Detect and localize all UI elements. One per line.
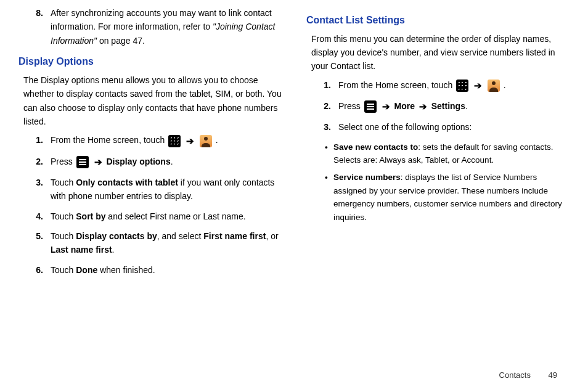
text: . bbox=[216, 135, 218, 145]
step-5: 5. Touch Display contacts by, and select… bbox=[18, 229, 282, 257]
menu-icon bbox=[364, 100, 377, 113]
text: Press bbox=[51, 157, 75, 166]
step-1: 1. From the Home screen, touch ➔ . bbox=[18, 133, 282, 148]
step-body: After synchronizing accounts you may wan… bbox=[51, 6, 282, 47]
step-3: 3. Select one of the following options: bbox=[306, 120, 570, 134]
step-1: 1. From the Home screen, touch ➔ . bbox=[306, 78, 570, 93]
contacts-icon bbox=[200, 135, 212, 147]
bullet-service-numbers: • Service numbers: displays the list of … bbox=[306, 171, 570, 224]
step-body: Touch Sort by and select First name or L… bbox=[51, 210, 282, 223]
text: on page 47. bbox=[97, 36, 145, 46]
page-columns: 8. After synchronizing accounts you may … bbox=[18, 6, 570, 283]
step-8: 8. After synchronizing accounts you may … bbox=[18, 6, 282, 47]
step-number: 5. bbox=[31, 229, 51, 257]
text: . bbox=[504, 80, 506, 90]
step-body: Touch Display contacts by, and select Fi… bbox=[51, 229, 282, 257]
menu-icon bbox=[76, 156, 89, 168]
section-heading-contact-list-settings: Contact List Settings bbox=[306, 12, 570, 28]
page-number: 49 bbox=[549, 370, 557, 380]
text: when finished. bbox=[97, 265, 155, 275]
bold-text: Only contacts with tablet bbox=[76, 178, 178, 187]
text: Touch bbox=[51, 231, 76, 241]
step-body: Press ➔ More ➔ Settings. bbox=[338, 99, 570, 114]
bold-text: Done bbox=[76, 265, 97, 275]
step-3: 3. Touch Only contacts with tablet if yo… bbox=[18, 176, 282, 203]
step-number: 2. bbox=[319, 99, 338, 114]
right-column: Contact List Settings From this menu you… bbox=[306, 6, 570, 283]
step-number: 1. bbox=[319, 78, 338, 93]
arrow-icon: ➔ bbox=[94, 157, 102, 167]
text: . bbox=[465, 101, 468, 111]
bullet-marker: • bbox=[325, 171, 333, 224]
apps-icon bbox=[456, 80, 468, 92]
step-number: 6. bbox=[31, 263, 51, 277]
step-body: Press ➔ Display options. bbox=[51, 155, 282, 169]
step-6: 6. Touch Done when finished. bbox=[18, 263, 282, 277]
step-number: 3. bbox=[319, 120, 338, 134]
text: From the Home screen, touch bbox=[338, 80, 455, 90]
step-number: 2. bbox=[31, 155, 51, 169]
text: , or bbox=[266, 231, 278, 241]
step-body: Select one of the following options: bbox=[338, 120, 570, 134]
arrow-icon: ➔ bbox=[382, 101, 390, 112]
text: and select First name or Last name. bbox=[105, 211, 245, 221]
intro-text: The Display options menu allows you to a… bbox=[23, 73, 282, 129]
bold-text: First name first bbox=[203, 231, 266, 241]
contacts-icon bbox=[488, 80, 500, 92]
text: Touch bbox=[51, 211, 76, 221]
step-body: Touch Only contacts with tablet if you w… bbox=[51, 176, 282, 203]
text: From the Home screen, touch bbox=[51, 135, 167, 145]
footer-section: Contacts bbox=[499, 370, 531, 380]
arrow-icon: ➔ bbox=[474, 80, 482, 91]
text: Select one of the following options: bbox=[338, 122, 472, 132]
bullet-body: Service numbers: displays the list of Se… bbox=[333, 171, 570, 224]
text: Touch bbox=[51, 265, 76, 275]
page-footer: Contacts 49 bbox=[499, 370, 557, 380]
section-heading-display-options: Display Options bbox=[18, 54, 282, 70]
bullet-marker: • bbox=[325, 141, 333, 167]
step-2: 2. Press ➔ Display options. bbox=[18, 155, 282, 169]
text: . bbox=[112, 245, 115, 255]
bold-text: Display contacts by bbox=[76, 231, 157, 241]
left-column: 8. After synchronizing accounts you may … bbox=[18, 6, 282, 283]
arrow-icon: ➔ bbox=[419, 101, 427, 112]
apps-icon bbox=[168, 135, 181, 147]
bold-text: Sort by bbox=[76, 211, 105, 221]
step-number: 8. bbox=[31, 6, 51, 47]
text: Touch bbox=[51, 178, 76, 187]
step-body: From the Home screen, touch ➔ . bbox=[338, 78, 570, 93]
intro-text: From this menu you can determine the ord… bbox=[311, 32, 570, 73]
step-body: From the Home screen, touch ➔ . bbox=[51, 133, 282, 148]
bold-text: Display options bbox=[106, 157, 170, 166]
step-4: 4. Touch Sort by and select First name o… bbox=[18, 210, 282, 223]
arrow-icon: ➔ bbox=[186, 136, 194, 146]
bullet-body: Save new contacts to: sets the default f… bbox=[333, 141, 570, 167]
bold-text: Save new contacts to bbox=[333, 142, 418, 152]
step-2: 2. Press ➔ More ➔ Settings. bbox=[306, 99, 570, 114]
bold-text: Service numbers bbox=[333, 173, 401, 182]
bold-text: More bbox=[394, 101, 414, 111]
text: Press bbox=[338, 101, 363, 111]
text: . bbox=[171, 157, 173, 166]
step-number: 3. bbox=[31, 176, 51, 203]
step-body: Touch Done when finished. bbox=[51, 263, 282, 277]
text: , and select bbox=[157, 231, 204, 241]
bullet-save-new-contacts: • Save new contacts to: sets the default… bbox=[306, 141, 570, 167]
bold-text: Last name first bbox=[51, 245, 112, 255]
step-number: 4. bbox=[31, 210, 51, 223]
step-number: 1. bbox=[31, 133, 51, 148]
bold-text: Settings bbox=[431, 101, 465, 111]
